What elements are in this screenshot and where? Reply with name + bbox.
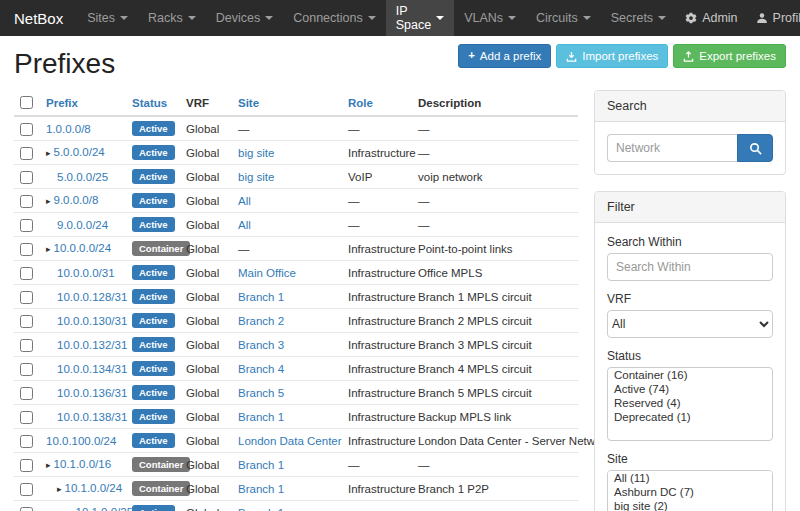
role-cell: — xyxy=(342,501,412,511)
site-link[interactable]: Branch 2 xyxy=(238,315,284,327)
table-row: 10.0.0.136/31ActiveGlobalBranch 5Infrast… xyxy=(14,381,578,405)
table-row: 10.0.0.128/31ActiveGlobalBranch 1Infrast… xyxy=(14,285,578,309)
site-cell: Branch 4 xyxy=(232,357,342,381)
nav-item-secrets[interactable]: Secrets xyxy=(601,0,676,36)
row-checkbox[interactable] xyxy=(20,435,33,448)
column-header-prefix[interactable]: Prefix xyxy=(40,90,126,116)
site-cell: Branch 2 xyxy=(232,309,342,333)
nav-item-racks[interactable]: Racks xyxy=(138,0,206,36)
status-multiselect[interactable]: Container (16)Active (74)Reserved (4)Dep… xyxy=(607,367,773,441)
site-multiselect[interactable]: All (11)Ashburn DC (7)big site (2)Branch… xyxy=(607,470,773,511)
prefix-link[interactable]: 9.0.0.0/8 xyxy=(54,194,99,206)
filter-option[interactable]: Active (74) xyxy=(608,382,772,396)
prefix-link[interactable]: 10.1.0.0/25 xyxy=(76,506,134,511)
search-input[interactable] xyxy=(607,134,737,162)
column-header-role[interactable]: Role xyxy=(342,90,412,116)
site-link[interactable]: big site xyxy=(238,171,274,183)
column-header-site[interactable]: Site xyxy=(232,90,342,116)
filter-option[interactable]: Reserved (4) xyxy=(608,396,772,410)
add-prefix-button[interactable]: + Add a prefix xyxy=(458,44,551,68)
filter-option[interactable]: All (11) xyxy=(608,471,772,485)
vrf-cell: Global xyxy=(180,357,232,381)
nav-item-circuits[interactable]: Circuits xyxy=(526,0,601,36)
filter-option[interactable]: big site (2) xyxy=(608,499,772,511)
prefix-link[interactable]: 10.0.0.130/31 xyxy=(57,315,127,327)
import-prefixes-button[interactable]: Import prefixes xyxy=(556,44,668,68)
row-checkbox[interactable] xyxy=(20,459,33,472)
expand-caret-icon[interactable]: ▸ xyxy=(46,244,51,254)
row-checkbox[interactable] xyxy=(20,315,33,328)
site-link[interactable]: Branch 1 xyxy=(238,459,284,471)
row-checkbox[interactable] xyxy=(20,171,33,184)
export-prefixes-button[interactable]: Export prefixes xyxy=(673,44,786,68)
row-checkbox[interactable] xyxy=(20,123,33,136)
nav-item-vlans[interactable]: VLANs xyxy=(454,0,526,36)
site-link[interactable]: Branch 4 xyxy=(238,363,284,375)
prefix-link[interactable]: 10.0.0.132/31 xyxy=(57,339,127,351)
filter-option[interactable]: Ashburn DC (7) xyxy=(608,485,772,499)
row-checkbox[interactable] xyxy=(20,219,33,232)
prefix-link[interactable]: 10.0.0.0/31 xyxy=(57,267,115,279)
prefix-link[interactable]: 10.0.0.138/31 xyxy=(57,411,127,423)
prefix-link[interactable]: 10.0.0.134/31 xyxy=(57,363,127,375)
prefix-link[interactable]: 5.0.0.0/25 xyxy=(57,171,108,183)
expand-caret-icon[interactable]: ▸ xyxy=(46,460,51,470)
brand-logo[interactable]: NetBox xyxy=(0,0,77,36)
prefix-link[interactable]: 10.1.0.0/24 xyxy=(65,482,123,494)
nav-item-ip-space[interactable]: IP Space xyxy=(386,0,454,36)
filter-option[interactable]: Deprecated (1) xyxy=(608,410,772,424)
select-all-checkbox[interactable] xyxy=(20,96,33,109)
site-link[interactable]: Main Office xyxy=(238,267,296,279)
nav-item-devices[interactable]: Devices xyxy=(206,0,283,36)
expand-caret-icon[interactable]: ▸ xyxy=(57,484,62,494)
row-checkbox[interactable] xyxy=(20,243,33,256)
nav-item-sites[interactable]: Sites xyxy=(77,0,138,36)
site-link[interactable]: Branch 1 xyxy=(238,483,284,495)
site-link[interactable]: Branch 1 xyxy=(238,291,284,303)
site-link[interactable]: London Data Center xyxy=(238,435,342,447)
site-link[interactable]: All xyxy=(238,219,251,231)
site-link[interactable]: All xyxy=(238,195,251,207)
prefix-link[interactable]: 1.0.0.0/8 xyxy=(46,123,91,135)
row-checkbox[interactable] xyxy=(20,387,33,400)
row-checkbox[interactable] xyxy=(20,291,33,304)
prefix-link[interactable]: 10.0.0.136/31 xyxy=(57,387,127,399)
row-checkbox[interactable] xyxy=(20,483,33,496)
site-link[interactable]: Branch 1 xyxy=(238,507,284,511)
prefix-link[interactable]: 10.0.100.0/24 xyxy=(46,435,116,447)
site-link[interactable]: big site xyxy=(238,147,274,159)
prefix-cell: ▸10.1.0.0/24 xyxy=(40,477,126,501)
status-cell: Active xyxy=(126,261,180,285)
site-link[interactable]: Branch 5 xyxy=(238,387,284,399)
site-link[interactable]: Branch 3 xyxy=(238,339,284,351)
row-checkbox[interactable] xyxy=(20,195,33,208)
search-button[interactable] xyxy=(737,134,773,162)
prefix-link[interactable]: 9.0.0.0/24 xyxy=(57,219,108,231)
row-checkbox[interactable] xyxy=(20,411,33,424)
chevron-down-icon xyxy=(265,16,273,20)
search-within-input[interactable] xyxy=(607,253,773,281)
status-badge: Container xyxy=(132,241,190,256)
row-checkbox[interactable] xyxy=(20,339,33,352)
vrf-select[interactable]: All xyxy=(607,310,773,338)
filter-option[interactable]: Container (16) xyxy=(608,368,772,382)
nav-item-admin[interactable]: Admin xyxy=(676,0,746,36)
nav-item-connections[interactable]: Connections xyxy=(283,0,386,36)
description-cell: Point-to-point links xyxy=(412,237,578,261)
expand-caret-icon[interactable]: ▸ xyxy=(46,148,51,158)
nav-item-profile[interactable]: Profile xyxy=(747,0,800,36)
vrf-cell: Global xyxy=(180,309,232,333)
row-checkbox[interactable] xyxy=(20,147,33,160)
row-checkbox[interactable] xyxy=(20,267,33,280)
prefix-link[interactable]: 10.0.0.128/31 xyxy=(57,291,127,303)
status-badge: Container xyxy=(132,481,190,496)
row-checkbox[interactable] xyxy=(20,363,33,376)
column-header-status[interactable]: Status xyxy=(126,90,180,116)
row-checkbox[interactable] xyxy=(20,507,33,511)
search-within-label: Search Within xyxy=(607,235,773,249)
prefix-link[interactable]: 5.0.0.0/24 xyxy=(54,146,105,158)
expand-caret-icon[interactable]: ▸ xyxy=(46,196,51,206)
site-link[interactable]: Branch 1 xyxy=(238,411,284,423)
prefix-link[interactable]: 10.0.0.0/24 xyxy=(54,242,112,254)
prefix-link[interactable]: 10.1.0.0/16 xyxy=(54,458,112,470)
